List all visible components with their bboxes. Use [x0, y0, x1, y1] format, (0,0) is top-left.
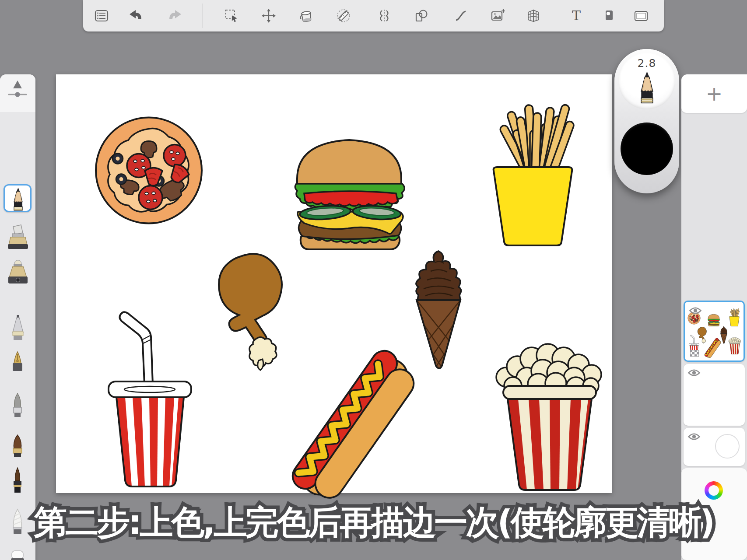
brush-settings-area	[0, 74, 35, 112]
current-color-swatch[interactable]	[621, 122, 673, 175]
ice-cream-drawing	[412, 248, 465, 373]
layer-background[interactable]	[684, 428, 745, 466]
undo-icon[interactable]	[128, 8, 144, 24]
add-layer-button[interactable]: +	[681, 74, 747, 113]
layer-visibility-eye-icon[interactable]	[689, 306, 702, 315]
layers-panel: +	[681, 74, 747, 560]
transparency-checker-icon	[690, 350, 699, 357]
brush-settings-button[interactable]	[5, 77, 30, 102]
color-picker-card[interactable]	[681, 468, 747, 560]
tool-round-brush[interactable]	[4, 432, 32, 460]
tools-sidebar	[0, 74, 35, 560]
chicken-leg-drawing	[211, 249, 288, 373]
fill-bucket-icon[interactable]	[298, 8, 314, 24]
toolbar-separator	[626, 4, 626, 28]
tool-pencil[interactable]	[4, 184, 32, 212]
tool-detail-brush[interactable]	[4, 467, 32, 495]
text-tool-glyph: T	[572, 8, 581, 23]
plus-icon: +	[706, 84, 723, 104]
brush-size-value: 2.8	[618, 57, 675, 70]
top-toolbar: T	[83, 0, 664, 32]
color-wheel-icon[interactable]	[705, 481, 723, 500]
drawing-canvas[interactable]	[56, 74, 612, 493]
move-icon[interactable]	[261, 8, 277, 24]
shapes-icon[interactable]	[414, 8, 429, 24]
canvas-frame-icon[interactable]	[633, 8, 649, 24]
tool-chisel-marker[interactable]	[4, 223, 32, 251]
tutorial-caption: 第二步:上色,上完色后再描边一次(使轮廓更清晰) 第二步:上色,上完色后再描边一…	[34, 501, 713, 543]
pizza-drawing	[93, 115, 204, 226]
pencil-preview-icon	[639, 70, 655, 104]
color-wheel-hole	[708, 485, 719, 496]
text-tool-icon[interactable]: T	[568, 8, 584, 24]
tool-eraser[interactable]	[4, 548, 32, 560]
layer-visibility-eye-icon[interactable]	[687, 368, 701, 378]
ruler-icon[interactable]	[336, 8, 351, 24]
add-image-icon[interactable]	[490, 8, 506, 24]
clipping-mask-icon[interactable]	[602, 8, 618, 24]
hamburger-drawing	[287, 123, 412, 251]
redo-icon[interactable]	[167, 8, 183, 24]
perspective-grid-icon[interactable]	[526, 8, 541, 24]
hot-dog-drawing	[289, 348, 420, 505]
background-color-circle	[715, 434, 740, 458]
popcorn-drawing	[490, 340, 609, 491]
marquee-select-icon[interactable]	[224, 8, 239, 24]
curve-icon[interactable]	[453, 8, 469, 24]
layer-visibility-eye-icon[interactable]	[687, 432, 701, 441]
layer-food-drawing[interactable]	[684, 301, 745, 362]
caption-outline-text: 第二步:上色,上完色后再描边一次(使轮廓更清晰)	[34, 501, 713, 543]
list-menu-icon[interactable]	[94, 8, 109, 24]
tool-airbrush[interactable]	[4, 508, 32, 536]
tool-flat-brush[interactable]	[4, 392, 32, 420]
symmetry-icon[interactable]	[376, 8, 392, 24]
french-fries-drawing	[481, 100, 584, 246]
soft-drink-drawing	[105, 306, 195, 492]
brush-pill-widget: 2.8	[614, 49, 679, 193]
tool-round-marker[interactable]	[4, 258, 32, 286]
layer-empty[interactable]	[684, 364, 745, 426]
toolbar-separator	[202, 4, 203, 28]
brush-size-control[interactable]: 2.8	[618, 52, 675, 109]
tool-fountain-pen[interactable]	[4, 350, 32, 378]
caption-fill-text: 第二步:上色,上完色后再描边一次(使轮廓更清晰)	[34, 501, 713, 543]
tool-ballpoint-pen[interactable]	[4, 314, 32, 342]
